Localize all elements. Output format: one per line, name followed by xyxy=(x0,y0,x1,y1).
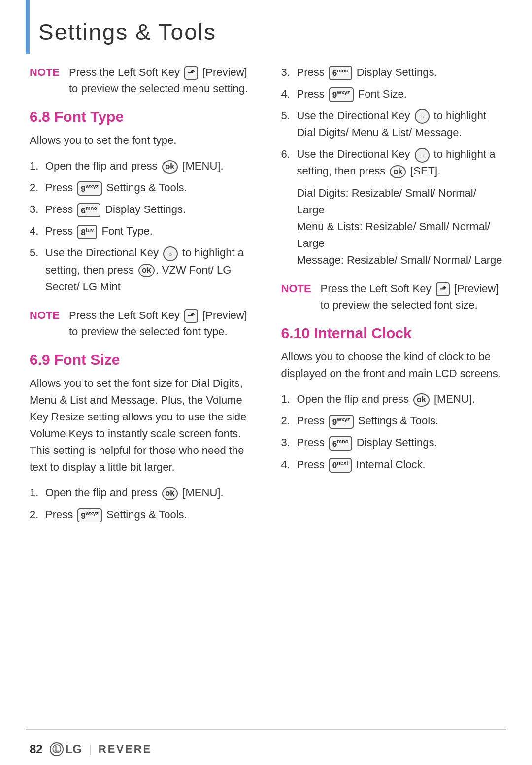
left-soft-key-icon-2: ⬏ xyxy=(184,309,198,323)
step-69-3: 3. Press 6mno Display Settings. xyxy=(281,64,503,81)
section-610-heading: 6.10 Internal Clock xyxy=(281,325,503,342)
step-68-4: 4. Press 8tuv Font Type. xyxy=(30,223,251,240)
key-9wxyz-2: 9wxyz xyxy=(77,508,102,523)
lg-text: LG xyxy=(66,742,82,756)
section-610: 6.10 Internal Clock Allows you to choose… xyxy=(281,325,503,473)
footer-revere-brand: REVERE xyxy=(99,743,152,756)
key-9wxyz-3: 9wxyz xyxy=(329,87,354,102)
step-68-3: 3. Press 6mno Display Settings. xyxy=(30,201,251,218)
ok-icon-3: ok xyxy=(162,487,178,500)
step-69-4: 4. Press 9wxyz Font Size. xyxy=(281,86,503,103)
dir-key-2: ○ xyxy=(415,109,430,124)
note-68-bottom: NOTE Press the Left Soft Key ⬏ [Preview]… xyxy=(30,307,251,340)
step-610-2: 2. Press 9wxyz Settings & Tools. xyxy=(281,413,503,429)
left-column: NOTE Press the Left Soft Key ⬏ [Preview]… xyxy=(30,59,251,528)
note-top: NOTE Press the Left Soft Key ⬏ [Preview]… xyxy=(30,64,251,97)
step-610-3: 3. Press 6mno Display Settings. xyxy=(281,434,503,451)
step-610-1: 1. Open the flip and press ok [MENU]. xyxy=(281,391,503,408)
note-text-top: Press the Left Soft Key ⬏ [Preview] to p… xyxy=(69,64,251,97)
page-title: Settings & Tools xyxy=(0,0,532,59)
note-text-68: Press the Left Soft Key ⬏ [Preview] to p… xyxy=(69,307,251,340)
right-column: 3. Press 6mno Display Settings. 4. Press… xyxy=(271,59,503,528)
key-6mno-2: 6mno xyxy=(329,66,352,80)
left-soft-key-icon: ⬏ xyxy=(184,66,198,80)
footer-lg-brand: Ⓛ LG xyxy=(50,742,82,756)
key-9wxyz-1: 9wxyz xyxy=(77,181,102,196)
content-area: NOTE Press the Left Soft Key ⬏ [Preview]… xyxy=(0,59,532,528)
accent-bar xyxy=(26,0,30,54)
section-68-heading: 6.8 Font Type xyxy=(30,108,251,125)
section-610-desc: Allows you to choose the kind of clock t… xyxy=(281,348,503,382)
note-label-68: NOTE xyxy=(30,307,64,340)
key-0next-1: 0next xyxy=(329,458,352,473)
note-69: NOTE Press the Left Soft Key ⬏ [Preview]… xyxy=(281,280,503,313)
lg-circle-icon: Ⓛ xyxy=(50,742,64,756)
step-68-5: 5. Use the Directional Key ○ to highligh… xyxy=(30,244,251,295)
footer-page-number: 82 xyxy=(30,742,43,756)
key-6mno-1: 6mno xyxy=(77,203,100,218)
step-69-6: 6. Use the Directional Key ○ to highligh… xyxy=(281,146,503,179)
ok-icon-4: ok xyxy=(390,165,406,178)
footer: 82 Ⓛ LG | REVERE xyxy=(30,742,502,756)
step-68-1: 1. Open the flip and press ok [MENU]. xyxy=(30,158,251,174)
step-69-2: 2. Press 9wxyz Settings & Tools. xyxy=(30,506,251,523)
note-text-69: Press the Left Soft Key ⬏ [Preview] to p… xyxy=(321,280,503,313)
ok-icon-1: ok xyxy=(162,160,178,174)
key-8tuv-1: 8tuv xyxy=(77,225,97,240)
footer-logo: Ⓛ LG | REVERE xyxy=(50,742,152,756)
key-6mno-3: 6mno xyxy=(329,436,352,451)
section-68-desc: Allows you to set the font type. xyxy=(30,132,251,149)
key-9wxyz-4: 9wxyz xyxy=(329,415,354,429)
step-68-2: 2. Press 9wxyz Settings & Tools. xyxy=(30,179,251,196)
left-soft-key-icon-3: ⬏ xyxy=(436,282,450,296)
step-610-4: 4. Press 0next Internal Clock. xyxy=(281,456,503,473)
dir-key-3: ○ xyxy=(415,148,430,163)
step-69-1: 1. Open the flip and press ok [MENU]. xyxy=(30,485,251,501)
ok-icon-2: ok xyxy=(138,264,155,277)
note-label: NOTE xyxy=(30,64,64,97)
indent-block-69: Dial Digits: Resizable/ Small/ Normal/ L… xyxy=(297,185,503,269)
bottom-divider xyxy=(26,729,506,730)
ok-icon-5: ok xyxy=(413,393,430,407)
note-label-69: NOTE xyxy=(281,280,316,313)
section-69: 6.9 Font Size Allows you to set the font… xyxy=(30,351,251,523)
section-68: 6.8 Font Type Allows you to set the font… xyxy=(30,108,251,295)
dir-key-1: ○ xyxy=(163,246,178,261)
page: Settings & Tools NOTE Press the Left Sof… xyxy=(0,0,532,765)
section-69-heading: 6.9 Font Size xyxy=(30,351,251,368)
section-69-desc: Allows you to set the font size for Dial… xyxy=(30,375,251,476)
step-69-5: 5. Use the Directional Key ○ to highligh… xyxy=(281,107,503,141)
